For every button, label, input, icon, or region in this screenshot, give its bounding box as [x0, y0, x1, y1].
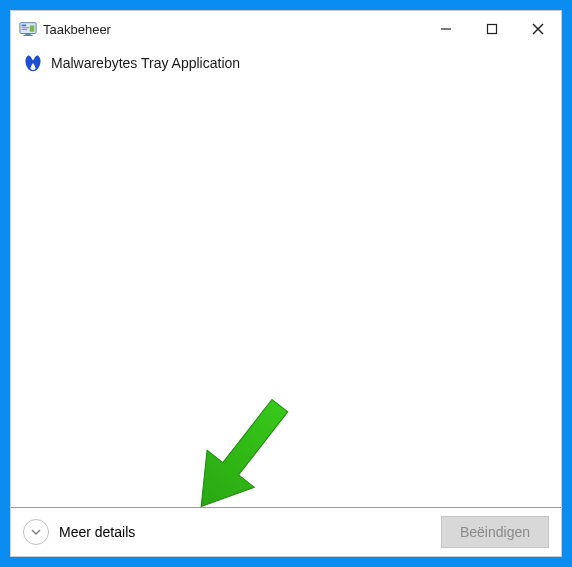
titlebar: Taakbeheer: [11, 11, 561, 45]
minimize-button[interactable]: [423, 17, 469, 41]
svg-rect-2: [22, 27, 29, 28]
svg-rect-8: [488, 25, 497, 34]
process-list: Malwarebytes Tray Application: [11, 45, 561, 507]
malwarebytes-icon: [23, 53, 43, 73]
more-details-button[interactable]: Meer details: [23, 519, 135, 545]
svg-rect-4: [30, 25, 35, 31]
more-details-label: Meer details: [59, 524, 135, 540]
chevron-down-icon: [23, 519, 49, 545]
svg-rect-1: [22, 25, 27, 27]
process-row[interactable]: Malwarebytes Tray Application: [11, 47, 561, 79]
svg-rect-6: [24, 35, 33, 36]
window-title: Taakbeheer: [43, 22, 423, 37]
svg-rect-5: [25, 34, 30, 35]
footer: Meer details Beëindigen: [11, 507, 561, 556]
process-name: Malwarebytes Tray Application: [51, 55, 240, 71]
task-manager-icon: [19, 20, 37, 38]
window-controls: [423, 17, 561, 41]
svg-rect-3: [22, 29, 27, 30]
end-task-button[interactable]: Beëindigen: [441, 516, 549, 548]
task-manager-window: Taakbeheer Malwarebytes Tray: [10, 10, 562, 557]
maximize-button[interactable]: [469, 17, 515, 41]
close-button[interactable]: [515, 17, 561, 41]
